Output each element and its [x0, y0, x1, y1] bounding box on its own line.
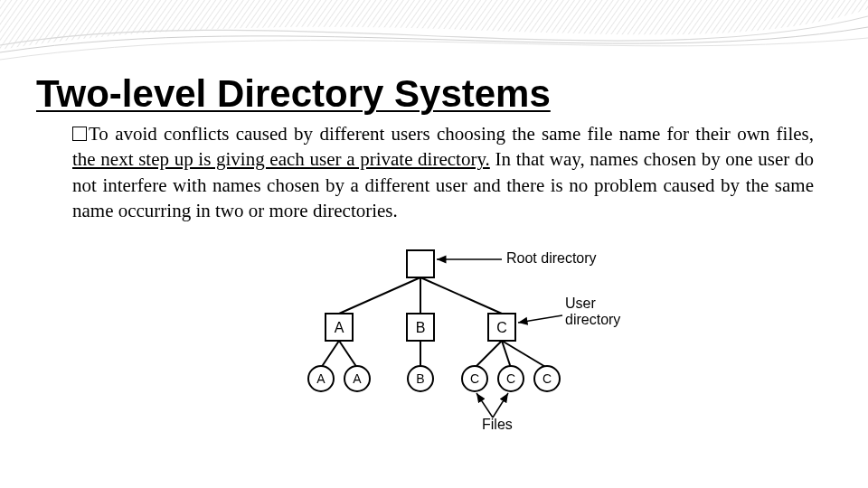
svg-text:C: C — [470, 371, 479, 386]
svg-text:B: B — [416, 371, 424, 386]
svg-line-12 — [321, 341, 339, 368]
file-node: A — [308, 366, 334, 391]
svg-line-15 — [475, 341, 502, 368]
svg-line-30 — [476, 393, 493, 418]
file-node: B — [408, 366, 433, 391]
svg-text:C: C — [542, 371, 552, 386]
file-node: C — [462, 366, 487, 391]
diagram-container: Root directory A B C — [36, 241, 832, 435]
svg-text:A: A — [316, 371, 326, 386]
user-dir-C: C — [488, 314, 515, 341]
slide-title: Two-level Directory Systems — [36, 72, 832, 116]
svg-line-31 — [493, 393, 508, 418]
svg-text:C: C — [506, 371, 515, 386]
label-userdir-l1: User — [565, 296, 596, 311]
file-node: C — [498, 366, 524, 391]
para-prefix: To avoid conflicts caused by different u… — [89, 123, 814, 145]
svg-text:A: A — [335, 320, 344, 335]
file-node: A — [344, 366, 370, 391]
user-dir-B: B — [407, 314, 434, 341]
label-userdir-l2: directory — [565, 312, 620, 327]
para-emphasis: the next step up is giving each user a p… — [72, 148, 490, 170]
bullet-icon — [72, 127, 87, 141]
root-node — [407, 250, 434, 277]
svg-text:A: A — [353, 371, 362, 386]
svg-text:B: B — [416, 320, 426, 335]
svg-line-4 — [420, 277, 502, 314]
label-files: Files — [482, 417, 513, 431]
svg-text:C: C — [496, 320, 507, 335]
slide: Two-level Directory Systems To avoid con… — [0, 0, 868, 435]
tree-diagram: Root directory A B C — [240, 241, 628, 435]
user-dir-A: A — [326, 314, 353, 341]
slide-body: To avoid conflicts caused by different u… — [72, 121, 814, 223]
label-root: Root directory — [506, 250, 597, 266]
svg-line-2 — [339, 277, 420, 314]
svg-line-13 — [339, 341, 357, 368]
file-node: C — [534, 366, 560, 391]
svg-line-11 — [518, 315, 562, 323]
